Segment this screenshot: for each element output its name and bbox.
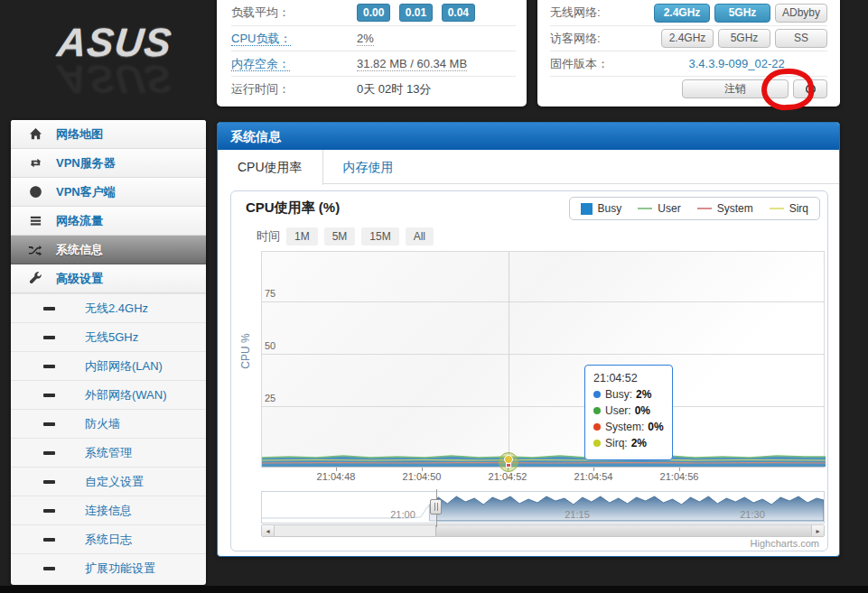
sidebar-item-traffic[interactable]: 网络流量 [11,207,206,236]
guest-5ghz-button[interactable]: 5GHz [718,29,770,48]
chart-scrollbar[interactable]: ◂ ▸ [261,524,825,537]
sidebar-subitem-wireless-24[interactable]: 无线2.4GHz [11,293,206,322]
firmware-label: 固件版本： [550,56,689,72]
navigator-label-2: 21:30 [740,509,765,520]
navigator-label-1: 21:15 [565,509,590,520]
load-5min-badge: 0.01 [399,4,433,22]
tooltip-time: 21:04:52 [593,372,664,385]
ss-button[interactable]: SS [775,29,827,48]
load-average-label: 负载平均： [231,5,357,21]
tooltip-row-user: User:0% [593,404,664,417]
sidebar-subitem-system-log[interactable]: 系统日志 [11,524,206,553]
logout-button[interactable]: 注销 [682,79,789,98]
highcharts-credit[interactable]: Highcharts.com [751,538,819,549]
globe-icon [27,185,43,199]
cpu-load-link[interactable]: CPU负载： [231,32,291,46]
load-15min-badge: 0.04 [442,4,475,22]
sirq-dot-icon [593,440,601,447]
wireless-row: 无线网络: 2.4GHz 5GHz ADbyby [550,0,827,25]
sidebar-item-network-map[interactable]: 网络地图 [11,120,206,149]
wireless-24ghz-button[interactable]: 2.4GHz [654,4,710,23]
firmware-version-link[interactable]: 3.4.3.9-099_02-22 [689,57,828,70]
uptime-value: 0天 02时 13分 [357,81,431,97]
cpu-series-band [262,452,826,467]
gridline-vertical [509,252,509,467]
legend-item-system[interactable]: System [697,202,753,215]
legend-item-busy[interactable]: Busy [581,202,622,215]
sidebar-item-vpn-server[interactable]: VPN服务器 [11,149,206,178]
tooltip-row-busy: Busy:2% [593,388,664,401]
sidebar-subitem-extensions[interactable]: 扩展功能设置 [11,553,206,582]
sidebar-subitem-connections[interactable]: 连接信息 [11,496,206,524]
scrollbar-left-arrow-icon[interactable]: ◂ [262,525,275,536]
chart-navigator[interactable]: 21:00 21:15 21:30 [261,491,825,524]
dash-icon [43,336,55,339]
cpu-load-row: CPU负载： 2% [231,25,516,51]
dash-icon [43,567,55,570]
range-selector: 时间 1M 5M 15M All [257,227,434,246]
tab-cpu-usage[interactable]: CPU使用率 [218,150,323,185]
hover-point-marker [499,452,518,472]
gridline-50 [262,354,824,355]
chart-title: CPU使用率 (%) [246,199,340,217]
tooltip-row-sirq: Sirq:2% [593,437,664,449]
cpu-load-value[interactable]: 2% [357,32,374,46]
range-button-1m[interactable]: 1M [286,227,318,246]
sidebar-item-vpn-client[interactable]: VPN客户端 [11,178,206,207]
y-tick-50: 50 [265,340,275,351]
tab-memory-usage[interactable]: 内存使用 [323,150,414,183]
uptime-label: 运行时间： [231,81,357,97]
range-button-15m[interactable]: 15M [361,227,398,246]
y-tick-75: 75 [265,288,275,299]
sidebar-item-system-info[interactable]: 系统信息 [11,236,206,264]
wrench-icon [27,272,43,285]
firmware-row: 固件版本： 3.4.3.9-099_02-22 [550,51,827,76]
dash-icon [43,422,55,426]
sidebar-subitem-system-admin[interactable]: 系统管理 [11,438,206,467]
sidebar-subitem-wan[interactable]: 外部网络(WAN) [11,380,206,409]
chart-tooltip: 21:04:52 Busy:2% User:0% System:0% Sirq:… [584,365,673,460]
sidebar-subitem-label: 系统管理 [85,445,132,461]
main-content-panel: 系统信息 CPU使用率 内存使用 CPU使用率 (%) Busy User Sy… [217,122,840,557]
dash-icon [43,538,55,542]
adbyby-button[interactable]: ADbyby [775,4,827,23]
sidebar-subitem-label: 防火墙 [85,416,120,432]
sidebar-subitem-label: 外部网络(WAN) [85,387,167,403]
range-button-5m[interactable]: 5M [324,227,356,246]
range-button-all[interactable]: All [406,227,434,246]
sidebar-item-label: 网络地图 [56,126,103,143]
sidebar-subitem-label: 无线2.4GHz [85,301,148,317]
legend-item-user[interactable]: User [638,202,680,215]
dash-icon [43,365,55,368]
chart-legend: Busy User System Sirq [569,197,820,220]
memory-free-value[interactable]: 31.82 MB / 60.34 MB [357,57,467,71]
wireless-5ghz-button[interactable]: 5GHz [714,4,770,23]
repeat-icon [27,156,43,170]
scrollbar-right-arrow-icon[interactable]: ▸ [811,525,824,536]
sidebar-subitem-lan[interactable]: 内部网络(LAN) [11,351,206,380]
navigator-handle[interactable] [430,499,442,514]
sidebar-subitem-label: 系统日志 [85,532,132,548]
page-title: 系统信息 [218,123,839,150]
load-average-badges: 0.00 0.01 0.04 [357,4,480,22]
plot-area[interactable]: 75 50 25 [261,251,825,468]
memory-free-link[interactable]: 内存空余： [231,57,290,71]
user-dot-icon [593,407,601,414]
gridline-75 [262,301,824,302]
guest-24ghz-button[interactable]: 2.4GHz [661,29,714,48]
tooltip-row-system: System:0% [593,421,664,433]
sidebar-subitem-firewall[interactable]: 防火墙 [11,409,206,438]
home-icon [27,127,43,141]
power-button[interactable] [793,79,827,98]
sidebar-subitem-custom-settings[interactable]: 自定义设置 [11,467,206,496]
asus-logo: ASUS ASUS [38,20,191,110]
sidebar-item-label: VPN客户端 [56,184,116,200]
sidebar-item-label: VPN服务器 [56,155,116,171]
legend-item-sirq[interactable]: Sirq [770,202,808,215]
sidebar-subitem-label: 扩展功能设置 [85,561,155,577]
scrollbar-thumb[interactable] [435,525,811,536]
sidebar-item-advanced-settings[interactable]: 高级设置 [11,264,206,293]
sidebar-subitem-wireless-5[interactable]: 无线5GHz [11,322,206,351]
dash-icon [43,451,55,455]
load-1min-badge: 0.00 [357,4,390,22]
